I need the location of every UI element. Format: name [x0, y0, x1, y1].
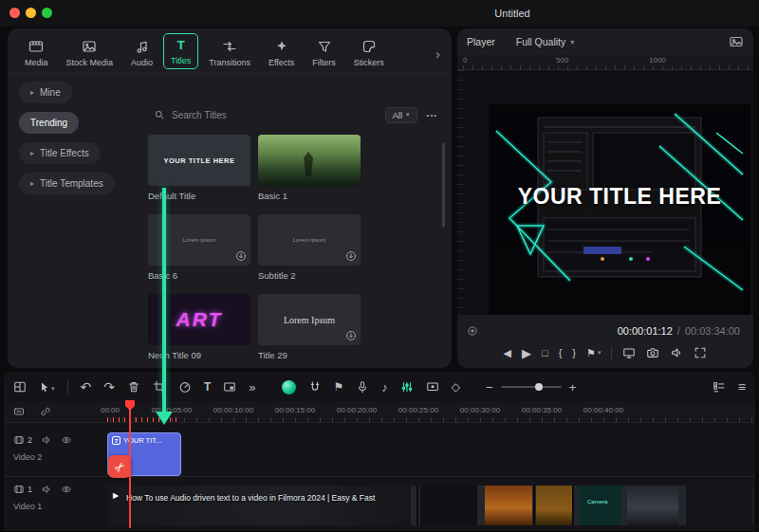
video-clip[interactable]: Camera ▶ How To use Audio driven text to… [107, 486, 753, 525]
screen-record-icon[interactable] [426, 380, 439, 394]
media-board-icon[interactable] [13, 380, 27, 394]
play-icon[interactable]: ▶ [522, 347, 531, 359]
ruler-label: 1000 [649, 56, 666, 64]
tab-media[interactable]: Media [17, 33, 56, 71]
snap-icon[interactable] [308, 380, 322, 394]
playback-controls: ◀ ▶ □ { } ⚑ ▾ [457, 341, 753, 364]
sidebar-item-mine[interactable]: ▸ Mine [19, 82, 72, 103]
tab-audio[interactable]: Audio [123, 33, 160, 71]
ruler-time-label: 00:00:35:00 [522, 406, 562, 414]
mark-in-icon[interactable]: { [559, 348, 563, 358]
text-tool-icon[interactable]: T [204, 381, 211, 393]
speaker-icon[interactable] [670, 346, 683, 359]
sidebar-item-trending[interactable]: Trending [19, 112, 79, 134]
playhead-line[interactable] [129, 406, 131, 528]
tab-stickers[interactable]: Stickers [346, 33, 392, 71]
fullscreen-icon[interactable] [694, 346, 707, 359]
previous-frame-icon[interactable]: ◀ [504, 348, 511, 358]
title-card-basic-1[interactable]: Basic 1 [258, 135, 361, 201]
titles-library: All ▾ ••• YOUR TITLE HERE Default Title … [148, 104, 446, 368]
mute-track-icon[interactable] [41, 484, 52, 495]
filmstrip-segment [420, 486, 477, 525]
render-preview-icon[interactable] [467, 325, 478, 337]
zoom-slider-knob[interactable] [535, 383, 543, 391]
track-divider [4, 529, 755, 530]
track-number: 1 [28, 485, 32, 494]
filter-dropdown[interactable]: All ▾ [385, 107, 417, 123]
chevron-right-icon: ▸ [30, 149, 34, 157]
voiceover-mic-icon[interactable] [356, 380, 369, 394]
person-silhouette [302, 152, 315, 176]
title-card-subtitle-2[interactable]: Lorem ipsum Subtitle 2 [258, 214, 361, 281]
timeline-menu-icon[interactable]: ≡ [738, 380, 746, 394]
display-device-icon[interactable] [622, 346, 636, 359]
zoom-out-icon[interactable]: − [486, 381, 493, 394]
speed-icon[interactable] [178, 380, 192, 394]
hide-track-icon[interactable] [61, 484, 72, 495]
timeline-ruler[interactable]: 00:00 00:00:05:00 00:00:10:00 00:00:15:0… [4, 402, 755, 423]
titles-icon: T [177, 39, 185, 52]
redo-icon[interactable]: ↷ [103, 380, 115, 394]
zoom-slider[interactable] [501, 386, 562, 388]
thumbnail-text: Lorem Ipsum [182, 237, 215, 243]
collapse-tracks-icon[interactable] [13, 406, 25, 417]
delete-icon[interactable] [127, 380, 140, 394]
player-label: Player [467, 36, 495, 47]
timecode-row: 00:00:01:12 / 00:03:34:00 [467, 322, 740, 339]
undo-icon[interactable]: ↶ [81, 380, 92, 394]
close-button[interactable] [9, 8, 20, 18]
stop-icon[interactable]: □ [542, 348, 548, 358]
quality-value: Full Quality [516, 36, 566, 47]
tab-effects[interactable]: Effects [261, 33, 302, 71]
tab-titles[interactable]: T Titles [163, 33, 198, 69]
mute-track-icon[interactable] [41, 434, 52, 446]
tab-transitions[interactable]: Transitions [201, 33, 258, 71]
zoom-button[interactable] [42, 8, 52, 18]
quick-split-scissors-icon[interactable]: ✂ [108, 455, 131, 478]
beat-detect-icon[interactable]: ♪ [381, 381, 388, 394]
link-clips-icon[interactable] [40, 406, 51, 417]
title-card-name: Title 29 [258, 350, 361, 360]
current-time: 00:00:01:12 [618, 325, 673, 337]
quality-dropdown[interactable]: Full Quality ▾ [516, 36, 575, 47]
tab-overflow-chevron-icon[interactable]: › [432, 46, 444, 62]
search-input[interactable] [172, 110, 379, 120]
title-thumbnail[interactable] [258, 135, 361, 186]
tab-stock-media[interactable]: Stock Media [59, 33, 121, 71]
track-manager-icon[interactable] [713, 380, 726, 394]
timeline-toolbar: ▾ ↶ ↷ T » ⚑ ♪ ◇ − + ≡ [13, 375, 746, 399]
download-icon[interactable] [345, 250, 357, 262]
keyframe-icon[interactable]: ◇ [452, 381, 460, 393]
snapshot-frame-icon[interactable] [729, 34, 744, 49]
sidebar-item-title-effects[interactable]: ▸ Title Effects [19, 142, 101, 164]
tab-label: Filters [312, 58, 336, 67]
minimize-button[interactable] [26, 8, 36, 18]
select-tool[interactable]: ▾ [39, 381, 55, 393]
pip-icon[interactable] [223, 380, 236, 394]
hide-track-icon[interactable] [61, 434, 72, 446]
mark-out-icon[interactable]: } [572, 348, 576, 358]
video-preview[interactable]: YOUR TITLE HERE [489, 104, 750, 315]
download-icon[interactable] [235, 250, 247, 262]
zoom-in-icon[interactable]: + [569, 381, 577, 394]
more-options-icon[interactable]: ••• [424, 111, 440, 119]
download-icon[interactable] [345, 330, 357, 341]
thumbnail-text: YOUR TITLE HERE [163, 156, 234, 165]
thumbnail-caption: Camera [587, 499, 607, 504]
title-card-title-29[interactable]: Lorem Ipsum Title 29 [258, 294, 361, 360]
title-thumbnail[interactable]: Lorem ipsum [258, 214, 361, 266]
title-thumbnail[interactable]: Lorem Ipsum [258, 294, 361, 345]
track-number: 2 [28, 435, 32, 445]
library-scrollbar[interactable] [442, 142, 445, 228]
title-thumbnail[interactable]: YOUR TITLE HERE [148, 135, 250, 186]
audio-mixer-icon[interactable] [400, 380, 414, 394]
marker-icon[interactable]: ⚑ [334, 381, 344, 393]
snapshot-camera-icon[interactable] [646, 346, 659, 359]
flag-icon: ⚑ [586, 347, 596, 359]
clip-play-icon: ▶ [113, 491, 119, 500]
marker-dropdown[interactable]: ⚑ ▾ [586, 347, 601, 359]
sidebar-item-title-templates[interactable]: ▸ Title Templates [19, 173, 115, 194]
chroma-key-icon[interactable] [282, 380, 296, 394]
more-tools-icon[interactable]: » [249, 381, 255, 394]
tab-filters[interactable]: Filters [305, 33, 343, 71]
